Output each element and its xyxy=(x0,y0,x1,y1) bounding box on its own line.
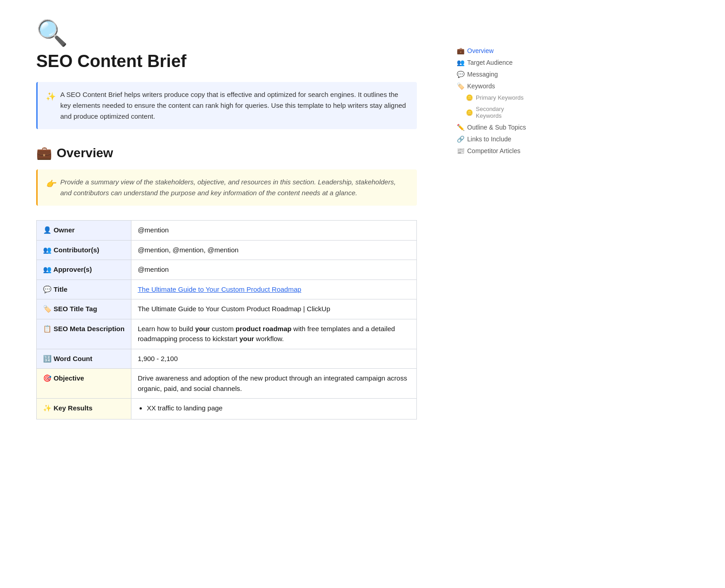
sidebar-competitor-label: Competitor Articles xyxy=(467,147,520,154)
table-row: 📋 SEO Meta Description Learn how to buil… xyxy=(37,319,417,349)
table-row: 🎯 Objective Drive awareness and adoption… xyxy=(37,369,417,399)
row-value[interactable]: The Ultimate Guide to Your Custom Produc… xyxy=(131,280,416,299)
row-label: 🎯 Objective xyxy=(37,369,131,399)
row-value: Drive awareness and adoption of the new … xyxy=(131,369,416,399)
row-value: @mention, @mention, @mention xyxy=(131,240,416,260)
row-label: 🔢 Word Count xyxy=(37,349,131,369)
row-label: 🏷️ SEO Title Tag xyxy=(37,299,131,319)
title-link[interactable]: The Ultimate Guide to Your Custom Produc… xyxy=(138,285,301,293)
main-content: 🔍 SEO Content Brief ✨ A SEO Content Brie… xyxy=(0,0,444,588)
sidebar-item-target-audience[interactable]: 👥 Target Audience xyxy=(453,57,535,68)
callout-yellow-text: Provide a summary view of the stakeholde… xyxy=(60,177,409,198)
row-label: 📋 SEO Meta Description xyxy=(37,319,131,349)
row-label: ✨ Key Results xyxy=(37,399,131,419)
sidebar-item-keywords[interactable]: 🏷️ Keywords xyxy=(453,81,535,92)
sidebar-secondary-keywords-icon: 🪙 xyxy=(466,109,473,116)
overview-table: 👤 Owner @mention 👥 Contributor(s) @menti… xyxy=(36,220,417,419)
table-row: 👤 Owner @mention xyxy=(37,221,417,241)
row-value: The Ultimate Guide to Your Custom Produc… xyxy=(131,299,416,319)
intro-callout: ✨ A SEO Content Brief helps writers prod… xyxy=(36,82,417,129)
sidebar: 💼 Overview 👥 Target Audience 💬 Messaging… xyxy=(444,0,544,588)
sidebar-keywords-label: Keywords xyxy=(467,82,495,90)
table-row: 🔢 Word Count 1,900 - 2,100 xyxy=(37,349,417,369)
sidebar-primary-keywords-icon: 🪙 xyxy=(466,94,473,101)
sidebar-item-messaging[interactable]: 💬 Messaging xyxy=(453,69,535,80)
row-label: 💬 Title xyxy=(37,280,131,299)
row-value: Learn how to build your custom product r… xyxy=(131,319,416,349)
overview-callout: 👉 Provide a summary view of the stakehol… xyxy=(36,169,417,206)
overview-title-text: Overview xyxy=(57,146,113,160)
table-row: 🏷️ SEO Title Tag The Ultimate Guide to Y… xyxy=(37,299,417,319)
sidebar-messaging-icon: 💬 xyxy=(457,71,464,78)
sidebar-overview-label: Overview xyxy=(467,47,493,54)
sidebar-overview-icon: 💼 xyxy=(457,47,464,54)
sidebar-item-secondary-keywords[interactable]: 🪙 Secondary Keywords xyxy=(453,104,535,121)
table-row: 👥 Approver(s) @mention xyxy=(37,260,417,280)
row-label: 👤 Owner xyxy=(37,221,131,241)
table-row: 💬 Title The Ultimate Guide to Your Custo… xyxy=(37,280,417,299)
page-title: SEO Content Brief xyxy=(36,52,417,71)
sidebar-item-links[interactable]: 🔗 Links to Include xyxy=(453,134,535,145)
sidebar-item-outline[interactable]: ✏️ Outline & Sub Topics xyxy=(453,122,535,133)
row-value: XX traffic to landing page xyxy=(131,399,416,419)
sidebar-outline-icon: ✏️ xyxy=(457,124,464,131)
sidebar-outline-label: Outline & Sub Topics xyxy=(467,124,526,131)
sidebar-primary-keywords-label: Primary Keywords xyxy=(476,94,523,101)
row-value: 1,900 - 2,100 xyxy=(131,349,416,369)
row-label: 👥 Approver(s) xyxy=(37,260,131,280)
table-row: 👥 Contributor(s) @mention, @mention, @me… xyxy=(37,240,417,260)
sidebar-messaging-label: Messaging xyxy=(467,71,498,78)
sidebar-item-competitor[interactable]: 📰 Competitor Articles xyxy=(453,145,535,156)
row-value: @mention xyxy=(131,260,416,280)
sidebar-target-icon: 👥 xyxy=(457,59,464,66)
row-value: @mention xyxy=(131,221,416,241)
sidebar-links-label: Links to Include xyxy=(467,135,511,143)
row-label: 👥 Contributor(s) xyxy=(37,240,131,260)
callout-blue-icon: ✨ xyxy=(46,90,56,103)
page-icon: 🔍 xyxy=(36,18,417,48)
callout-blue-text: A SEO Content Brief helps writers produc… xyxy=(60,89,409,122)
sidebar-competitor-icon: 📰 xyxy=(457,147,464,154)
overview-title-icon: 💼 xyxy=(36,145,52,160)
sidebar-item-overview[interactable]: 💼 Overview xyxy=(453,45,535,56)
sidebar-links-icon: 🔗 xyxy=(457,135,464,143)
sidebar-secondary-keywords-label: Secondary Keywords xyxy=(476,106,531,119)
callout-yellow-icon: 👉 xyxy=(46,178,56,191)
sidebar-keywords-icon: 🏷️ xyxy=(457,82,464,90)
sidebar-target-label: Target Audience xyxy=(467,59,512,66)
sidebar-item-primary-keywords[interactable]: 🪙 Primary Keywords xyxy=(453,92,535,103)
overview-title: 💼 Overview xyxy=(36,145,417,160)
table-row: ✨ Key Results XX traffic to landing page xyxy=(37,399,417,419)
